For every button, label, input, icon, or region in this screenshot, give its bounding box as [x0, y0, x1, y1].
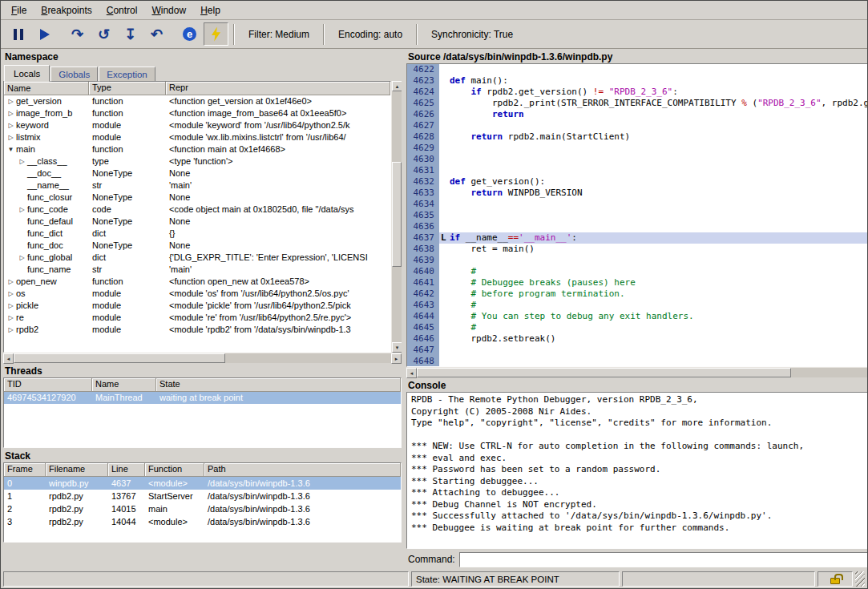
source-line[interactable]: 4643 #	[407, 300, 867, 311]
scroll-up-icon[interactable]: ▴	[392, 81, 402, 91]
source-line[interactable]: 4631	[407, 165, 867, 176]
namespace-row[interactable]: ▷keywordmodule<module 'keyword' from '/u…	[4, 119, 390, 131]
source-line[interactable]: 4639	[407, 255, 867, 266]
source-line[interactable]: 4641 # Debuggee breaks (pauses) here	[407, 277, 867, 288]
source-line[interactable]: 4637Lif __name__=='__main__':	[407, 232, 867, 244]
column-header-line[interactable]: Line	[108, 463, 145, 477]
column-header-function[interactable]: Function	[145, 463, 204, 477]
namespace-row[interactable]: ▷image_from_bfunction<function image_fro…	[4, 107, 390, 119]
scrollbar-thumb[interactable]	[417, 368, 791, 377]
column-header-name[interactable]: Name	[92, 378, 156, 392]
goto-button[interactable]: ↧	[118, 22, 143, 46]
expand-icon[interactable]: ▷	[6, 119, 16, 131]
expand-icon[interactable]: ▷	[17, 204, 27, 216]
source-line[interactable]: 4645 #	[407, 322, 867, 333]
expand-icon[interactable]: ▷	[6, 288, 16, 300]
namespace-row[interactable]: func_namestr'main'	[4, 264, 390, 276]
source-line[interactable]: 4626 return	[407, 109, 867, 120]
menu-control[interactable]: Control	[99, 2, 145, 18]
expand-icon[interactable]: ▷	[17, 252, 27, 264]
stack-frame-row[interactable]: 1rpdb2.py13767StartServer/data/sys/bin/w…	[4, 490, 401, 502]
expand-icon[interactable]: ▷	[6, 95, 16, 107]
source-code-view[interactable]: 46224623def main():4624 if rpdb2.get_ver…	[406, 63, 867, 367]
go-button[interactable]	[32, 22, 57, 46]
synchronicity-button[interactable]	[204, 22, 228, 46]
menu-window[interactable]: Window	[144, 2, 193, 18]
collapse-icon[interactable]: ▼	[6, 143, 16, 155]
source-line[interactable]: 4636	[407, 221, 867, 232]
return-button[interactable]: ↶	[144, 22, 169, 46]
source-line[interactable]: 4642 # before program termination.	[407, 288, 867, 300]
source-line[interactable]: 4630	[407, 154, 867, 165]
console-output[interactable]: RPDB - The Remote Python Debugger, versi…	[406, 392, 867, 549]
tab-locals[interactable]: Locals	[4, 65, 50, 82]
namespace-row[interactable]: ▷func_globaldict{'DLG_EXPR_TITLE': 'Ente…	[4, 252, 390, 264]
namespace-row[interactable]: ▷__class__type<type 'function'>	[4, 155, 390, 167]
scrollbar-thumb[interactable]	[14, 353, 225, 363]
command-input[interactable]	[459, 552, 867, 567]
source-line[interactable]: 4644 # You can step to debug any exit ha…	[407, 311, 867, 322]
thread-row[interactable]: 46974534127920MainThreadwaiting at break…	[4, 392, 401, 404]
source-line[interactable]: 4647	[407, 345, 867, 356]
expand-icon[interactable]: ▷	[6, 107, 16, 119]
source-line[interactable]: 4646 rpdb2.setbreak()	[407, 333, 867, 345]
namespace-vscroll[interactable]: ▴ ▾	[391, 81, 402, 353]
source-line[interactable]: 4635	[407, 210, 867, 221]
namespace-row[interactable]: func_defaulNoneTypeNone	[4, 216, 390, 228]
namespace-row[interactable]: ▷rpdb2module<module 'rpdb2' from '/data/…	[4, 324, 390, 336]
menu-breakpoints[interactable]: Breakpoints	[34, 2, 99, 18]
step-button[interactable]: ↺	[91, 22, 116, 46]
scroll-down-icon[interactable]: ▾	[392, 342, 402, 353]
menu-help[interactable]: Help	[193, 2, 228, 18]
source-line[interactable]: 4633 return WINPDB_VERSION	[407, 188, 867, 199]
namespace-row[interactable]: ▷func_codecode<code object main at 0x180…	[4, 204, 390, 216]
resize-grip[interactable]	[855, 571, 865, 587]
column-header-type[interactable]: Type	[89, 82, 166, 95]
namespace-row[interactable]: ▷open_newfunction<function open_new at 0…	[4, 276, 390, 288]
source-line[interactable]: 4648	[407, 356, 867, 367]
column-header-filename[interactable]: Filename	[46, 463, 108, 477]
namespace-row[interactable]: ▷remodule<module 're' from '/usr/lib64/p…	[4, 312, 390, 324]
source-line[interactable]: 4624 if rpdb2.get_version() != "RPDB_2_3…	[407, 87, 867, 98]
menu-file[interactable]: File	[4, 2, 34, 18]
source-line[interactable]: 4622	[407, 64, 867, 75]
column-header-name[interactable]: Name	[4, 82, 89, 95]
column-header-frame[interactable]: Frame	[4, 463, 46, 477]
next-button[interactable]: ↷	[65, 22, 90, 46]
source-line[interactable]: 4628 return rpdb2.main(StartClient)	[407, 131, 867, 143]
tab-globals[interactable]: Globals	[50, 67, 98, 82]
namespace-row[interactable]: func_closurNoneTypeNone	[4, 192, 390, 204]
expand-icon[interactable]: ▷	[17, 155, 27, 167]
stack-frame-row[interactable]: 2rpdb2.py14015main/data/sys/bin/winpdb-1…	[4, 502, 401, 515]
column-header-tid[interactable]: TID	[4, 378, 92, 392]
source-line[interactable]: 4640 #	[407, 266, 867, 277]
source-line[interactable]: 4629	[407, 143, 867, 154]
source-line[interactable]: 4634	[407, 199, 867, 210]
expand-icon[interactable]: ▷	[6, 312, 16, 324]
namespace-row[interactable]: ▷osmodule<module 'os' from '/usr/lib64/p…	[4, 288, 390, 300]
source-line[interactable]: 4638 ret = main()	[407, 244, 867, 255]
namespace-row[interactable]: __name__str'main'	[4, 180, 390, 192]
expand-icon[interactable]: ▷	[6, 276, 16, 288]
namespace-row[interactable]: func_dictdict{}	[4, 228, 390, 240]
column-header-state[interactable]: State	[156, 378, 401, 392]
column-header-repr[interactable]: Repr	[166, 82, 390, 95]
source-line[interactable]: 4623def main():	[407, 75, 867, 87]
namespace-row[interactable]: ▼mainfunction<function main at 0x1ef4668…	[4, 143, 390, 155]
namespace-row[interactable]: __doc__NoneTypeNone	[4, 167, 390, 180]
namespace-hscroll[interactable]: ◂ ▸	[3, 353, 402, 363]
namespace-row[interactable]: ▷picklemodule<module 'pickle' from '/usr…	[4, 300, 390, 312]
source-line[interactable]: 4627	[407, 120, 867, 131]
break-button[interactable]	[6, 22, 30, 46]
namespace-row[interactable]: ▷listmixmodule<module 'wx.lib.mixins.lis…	[4, 131, 390, 143]
namespace-row[interactable]: func_docNoneTypeNone	[4, 240, 390, 252]
expand-icon[interactable]: ▷	[6, 324, 16, 336]
encoding-button[interactable]: e	[177, 22, 202, 46]
tab-exception[interactable]: Exception	[99, 67, 155, 82]
namespace-row[interactable]: ▷get_versionfunction<function get_versio…	[4, 95, 390, 107]
source-hscroll[interactable]: ◂ ▸	[406, 367, 867, 377]
expand-icon[interactable]: ▷	[6, 131, 16, 143]
expand-icon[interactable]: ▷	[6, 300, 16, 312]
source-line[interactable]: 4632def get_version():	[407, 176, 867, 188]
stack-frame-row[interactable]: 0winpdb.py4637<module>/data/sys/bin/winp…	[4, 477, 401, 490]
